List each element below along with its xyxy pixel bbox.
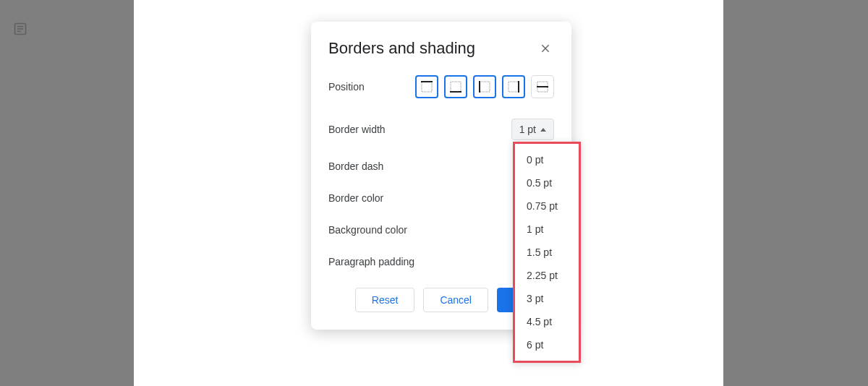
position-buttons: [415, 75, 554, 98]
svg-rect-10: [480, 82, 490, 92]
border-color-label: Border color: [328, 192, 383, 204]
border-left-button[interactable]: [473, 75, 496, 98]
width-option-0-75[interactable]: 0.75 pt: [515, 194, 579, 218]
width-option-0-5[interactable]: 0.5 pt: [515, 171, 579, 194]
width-option-3[interactable]: 3 pt: [515, 287, 579, 310]
svg-rect-8: [451, 82, 461, 92]
border-bottom-button[interactable]: [444, 75, 467, 98]
width-value: 1 pt: [519, 124, 536, 135]
svg-rect-6: [422, 82, 432, 92]
close-button[interactable]: [537, 40, 554, 57]
svg-rect-12: [509, 82, 519, 92]
width-option-4-5[interactable]: 4.5 pt: [515, 310, 579, 333]
border-width-dropdown: 0 pt 0.5 pt 0.75 pt 1 pt 1.5 pt 2.25 pt …: [513, 142, 581, 363]
border-dash-label: Border dash: [328, 160, 383, 172]
border-width-select[interactable]: 1 pt: [511, 119, 554, 140]
width-option-0[interactable]: 0 pt: [515, 148, 579, 171]
background-color-label: Background color: [328, 224, 407, 236]
reset-button[interactable]: Reset: [355, 288, 415, 312]
chevron-up-icon: [540, 128, 546, 132]
border-top-button[interactable]: [415, 75, 438, 98]
border-between-button[interactable]: [531, 75, 554, 98]
cancel-button[interactable]: Cancel: [423, 288, 488, 312]
width-option-6[interactable]: 6 pt: [515, 333, 579, 356]
dialog-title: Borders and shading: [328, 39, 475, 58]
border-right-button[interactable]: [502, 75, 525, 98]
position-label: Position: [328, 81, 365, 93]
width-option-1[interactable]: 1 pt: [515, 218, 579, 241]
width-option-2-25[interactable]: 2.25 pt: [515, 264, 579, 287]
width-option-1-5[interactable]: 1.5 pt: [515, 241, 579, 264]
border-width-label: Border width: [328, 124, 386, 135]
paragraph-padding-label: Paragraph padding: [328, 256, 414, 267]
